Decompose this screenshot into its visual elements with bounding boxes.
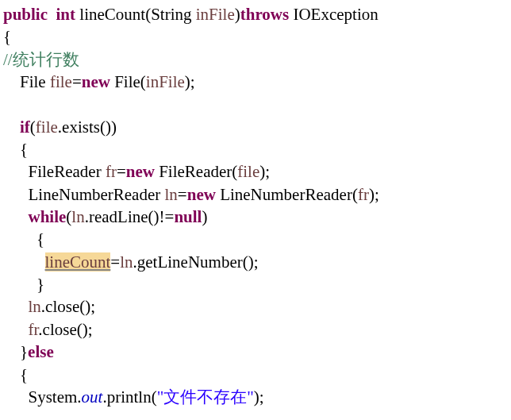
var-fr: fr [29, 320, 39, 339]
var-linecount-highlighted: lineCount [45, 252, 111, 272]
rbrace: } [36, 275, 44, 294]
type-ioexception: IOException [293, 5, 378, 24]
lparen: ( [30, 118, 36, 137]
rparen: ) [254, 387, 259, 407]
line-2: { [3, 27, 11, 46]
indent [3, 118, 20, 137]
method-readline: readLine [89, 207, 148, 226]
eq: = [117, 162, 126, 181]
parens: () [148, 207, 159, 226]
lbrace: { [20, 365, 28, 384]
keyword-public: public [3, 5, 48, 24]
rparen: ) [369, 185, 375, 204]
var-ln: ln [71, 207, 84, 226]
indent [3, 229, 36, 249]
arg-infile: inFile [146, 72, 185, 91]
line-6: if(file.exists()) [3, 118, 117, 137]
parens: () [79, 297, 90, 316]
indent [3, 140, 20, 159]
neq: != [159, 207, 175, 226]
indent [3, 72, 20, 91]
line-18: System.out.println("文件不存在"); [3, 387, 264, 407]
line-15: fr.close(); [3, 320, 93, 339]
keyword-null: null [174, 207, 202, 226]
rparen: ) [202, 207, 207, 226]
semi: ; [88, 320, 93, 339]
line-12: lineCount=ln.getLineNumber(); [3, 252, 259, 272]
keyword-new: new [187, 185, 216, 204]
type-filereader-ctor: FileReader [159, 162, 232, 181]
type-system: System [29, 387, 78, 407]
lparen: ( [352, 185, 358, 204]
string-nofile: "文件不存在" [157, 387, 254, 407]
eq: = [110, 252, 120, 272]
indent [3, 342, 20, 361]
lparen: ( [152, 387, 157, 407]
rparen: ) [235, 5, 240, 24]
param-infile: inFile [196, 5, 235, 24]
line-1: public int lineCount(String inFile)throw… [3, 5, 378, 24]
line-17: { [3, 365, 28, 384]
method-println: println [107, 387, 152, 407]
field-out: out [82, 387, 103, 407]
var-ln: ln [165, 185, 178, 204]
semi: ; [90, 297, 95, 316]
keyword-else: else [28, 342, 54, 361]
indent [3, 297, 29, 316]
method-close: close [45, 297, 79, 316]
lbrace: { [36, 229, 44, 249]
type-linenumberreader-ctor: LineNumberReader [220, 185, 352, 204]
line-13: } [3, 275, 44, 294]
type-file: File [20, 72, 46, 91]
method-getlinenumber: getLineNumber [137, 252, 243, 272]
line-blank [3, 94, 7, 114]
keyword-if: if [20, 118, 30, 137]
var-ln: ln [29, 297, 41, 316]
method-name: lineCount [79, 5, 145, 24]
keyword-new: new [82, 72, 110, 91]
var-ln: ln [120, 252, 133, 272]
indent [3, 387, 29, 407]
indent [3, 365, 20, 384]
line-11: { [3, 229, 44, 249]
line-10: while(ln.readLine()!=null) [3, 207, 207, 226]
parens: () [77, 320, 88, 339]
code-block: public int lineCount(String inFile)throw… [3, 3, 508, 408]
var-file: file [36, 118, 58, 137]
lbrace: { [3, 27, 11, 46]
type-filereader: FileReader [29, 162, 102, 181]
indent [3, 185, 29, 204]
arg-fr: fr [358, 185, 369, 204]
semi: ; [265, 162, 270, 181]
line-3: //统计行数 [3, 50, 79, 69]
rparen: ) [111, 118, 117, 137]
indent [3, 162, 29, 181]
semi: ; [254, 252, 259, 272]
line-9: LineNumberReader ln=new LineNumberReader… [3, 185, 379, 204]
semi: ; [375, 185, 379, 204]
eq: = [178, 185, 187, 204]
var-fr: fr [106, 162, 117, 181]
line-16: }else [3, 342, 54, 361]
lbrace: { [20, 140, 28, 159]
line-14: ln.close(); [3, 297, 95, 316]
parens: () [100, 118, 111, 137]
indent [3, 275, 36, 294]
semi: ; [190, 72, 195, 91]
method-close: close [43, 320, 77, 339]
method-exists: exists [62, 118, 100, 137]
lparen: ( [140, 72, 146, 91]
line-7: { [3, 140, 28, 159]
var-file: file [50, 72, 72, 91]
type-linenumberreader: LineNumberReader [29, 185, 161, 204]
keyword-while: while [29, 207, 67, 226]
space [48, 5, 56, 24]
arg-file: file [237, 162, 259, 181]
comment: //统计行数 [3, 50, 79, 69]
parens: () [243, 252, 254, 272]
keyword-new: new [126, 162, 155, 181]
indent [3, 252, 45, 272]
rbrace: } [20, 342, 28, 361]
indent [3, 320, 29, 339]
type-string: String [151, 5, 191, 24]
